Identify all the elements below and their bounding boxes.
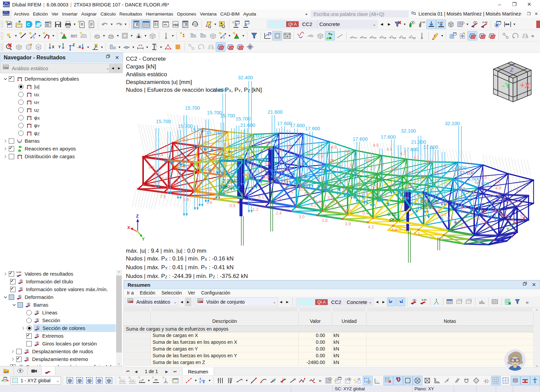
svg-text:-X: -X (78, 45, 81, 49)
svg-text:3.8: 3.8 (446, 183, 451, 187)
svg-text:0.9: 0.9 (467, 171, 473, 176)
svg-text:8.9: 8.9 (154, 180, 160, 185)
svg-text:17.600: 17.600 (423, 144, 438, 150)
svg-text:4.4: 4.4 (343, 208, 348, 213)
svg-text:8.4: 8.4 (169, 181, 174, 186)
svg-text:7.8: 7.8 (206, 187, 212, 192)
svg-text:3.9: 3.9 (358, 170, 363, 175)
svg-text:4.4: 4.4 (461, 205, 466, 210)
svg-text:Y: Y (58, 45, 61, 49)
svg-text:2.7: 2.7 (370, 166, 376, 171)
svg-text:4.8: 4.8 (364, 158, 370, 163)
svg-text:0.16 0.4: 0.16 0.4 (421, 199, 438, 204)
svg-text:4.6: 4.6 (401, 196, 407, 201)
svg-text:3.8: 3.8 (332, 199, 338, 204)
svg-text:21.600: 21.600 (240, 122, 255, 128)
svg-text:>>_: >>_ (163, 23, 169, 26)
svg-text:4.9: 4.9 (480, 209, 486, 214)
svg-text:2.6: 2.6 (209, 169, 215, 174)
svg-text:7.5: 7.5 (160, 194, 166, 199)
svg-text:4.2: 4.2 (338, 162, 343, 167)
svg-text:5.2: 5.2 (437, 236, 443, 241)
svg-text:0.2: 0.2 (434, 207, 439, 212)
svg-text:3.9: 3.9 (327, 158, 333, 163)
svg-text:32.100: 32.100 (445, 121, 460, 126)
svg-text:21.300: 21.300 (411, 139, 426, 145)
svg-text:3.7: 3.7 (302, 181, 308, 186)
svg-text:0.9: 0.9 (372, 184, 377, 189)
svg-text:0.9: 0.9 (230, 203, 235, 208)
svg-text:1.5: 1.5 (389, 184, 395, 189)
svg-text:0.9: 0.9 (407, 184, 412, 188)
svg-text:4.6: 4.6 (293, 200, 299, 205)
svg-text:5.1: 5.1 (414, 231, 420, 236)
svg-text:17.600: 17.600 (290, 123, 305, 128)
svg-text:1.4: 1.4 (440, 163, 446, 168)
svg-text:4.5: 4.5 (475, 180, 480, 185)
svg-text:4.1: 4.1 (291, 190, 297, 194)
svg-text:7.5: 7.5 (307, 166, 313, 171)
svg-text:1.9: 1.9 (315, 199, 321, 204)
svg-text:2.4: 2.4 (321, 203, 326, 208)
svg-text:2.9: 2.9 (418, 174, 424, 179)
svg-text:0.1: 0.1 (440, 212, 446, 217)
svg-text:3.4: 3.4 (342, 188, 348, 192)
svg-text:1.4: 1.4 (508, 217, 514, 222)
svg-text:8.8: 8.8 (183, 138, 188, 142)
svg-text:17.600: 17.600 (305, 126, 320, 131)
svg-text:0.2: 0.2 (506, 200, 512, 205)
svg-text:3.9: 3.9 (441, 202, 447, 206)
svg-text:17.600: 17.600 (353, 136, 368, 142)
svg-text:3.4: 3.4 (219, 174, 225, 178)
svg-text:1.4: 1.4 (412, 170, 417, 174)
svg-text:8.4: 8.4 (224, 142, 230, 147)
svg-text:6.9: 6.9 (211, 155, 217, 160)
svg-text:I: I (33, 36, 35, 39)
svg-text:15.700: 15.700 (207, 110, 222, 115)
svg-text:2.0: 2.0 (318, 177, 324, 181)
svg-text:+X: +X (520, 80, 531, 90)
svg-text:15.700: 15.700 (220, 113, 235, 118)
svg-text:0.16: 0.16 (387, 212, 397, 217)
svg-text:4.7: 4.7 (516, 189, 522, 193)
svg-text:2.7: 2.7 (300, 173, 306, 178)
svg-text:5.5: 5.5 (307, 152, 313, 157)
svg-text:1.0: 1.0 (354, 182, 359, 187)
svg-text:6.9: 6.9 (162, 176, 168, 181)
svg-text:8.3: 8.3 (148, 165, 154, 170)
svg-text:2 0.041: 2 0.041 (223, 178, 239, 184)
svg-text:x.xx: x.xx (17, 271, 21, 273)
svg-text:3.7: 3.7 (199, 164, 205, 169)
svg-text:2.6: 2.6 (322, 185, 328, 189)
svg-text:0.6: 0.6 (304, 192, 310, 196)
svg-text:X: X (127, 225, 130, 230)
svg-text:4.1: 4.1 (413, 155, 419, 160)
svg-text:3.8: 3.8 (322, 218, 327, 223)
svg-text:6.5: 6.5 (287, 145, 293, 150)
svg-text:1.3: 1.3 (516, 204, 522, 208)
svg-text:0.9: 0.9 (433, 170, 438, 175)
svg-text:x.xx: x.xx (420, 21, 425, 24)
svg-text:5.0: 5.0 (473, 191, 478, 195)
svg-text:1.0: 1.0 (286, 185, 291, 190)
svg-text:Y: Y (142, 236, 145, 242)
svg-text:3.9: 3.9 (345, 222, 351, 226)
svg-text:6.5: 6.5 (243, 172, 249, 177)
svg-text:0.6: 0.6 (494, 209, 500, 214)
svg-text:4.6: 4.6 (378, 162, 384, 167)
svg-text:1.5: 1.5 (381, 194, 387, 198)
svg-text:3.9: 3.9 (459, 187, 465, 191)
svg-text:4.4: 4.4 (391, 228, 397, 232)
svg-text:0.4: 0.4 (461, 224, 466, 229)
svg-text:5.5: 5.5 (179, 155, 185, 160)
svg-text:0.4: 0.4 (447, 216, 453, 221)
svg-text:4.9: 4.9 (331, 145, 336, 149)
svg-text:0.9: 0.9 (257, 169, 263, 174)
svg-text:1.1: 1.1 (494, 179, 500, 184)
svg-text:1.0: 1.0 (250, 164, 256, 169)
svg-text:0.9: 0.9 (501, 213, 507, 218)
svg-text:1.0: 1.0 (493, 192, 498, 197)
svg-text:X: X (52, 45, 54, 49)
svg-text:4.4: 4.4 (386, 147, 392, 152)
svg-text:1.2: 1.2 (252, 207, 258, 212)
